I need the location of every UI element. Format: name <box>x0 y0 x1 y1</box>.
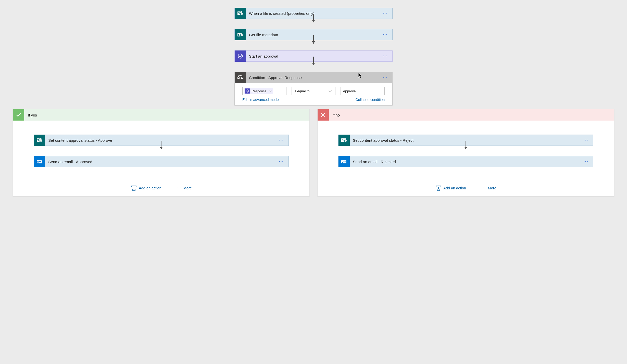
approval-icon <box>235 50 246 62</box>
card-menu-button[interactable]: ··· <box>274 138 288 142</box>
add-action-button[interactable]: Add an action <box>131 185 161 191</box>
if-yes-branch: If yes Set content approval status - App… <box>13 109 310 197</box>
condition-right-operand-field[interactable]: Approve <box>341 87 385 95</box>
card-menu-button[interactable]: ··· <box>378 54 392 58</box>
outlook-icon <box>338 156 350 167</box>
card-label: When a file is created (properties only) <box>246 11 378 16</box>
card-label: Set content approval status - Reject <box>350 138 579 142</box>
if-yes-header: If yes <box>13 109 309 121</box>
operator-value: is equal to <box>294 89 310 93</box>
condition-card-approval-response[interactable]: Condition - Approval Response ··· Respon… <box>234 72 393 106</box>
action-card-send-email-approved[interactable]: Send an email - Approved ··· <box>34 156 289 167</box>
card-menu-button[interactable]: ··· <box>378 11 392 16</box>
action-card-send-email-rejected[interactable]: Send an email - Rejected ··· <box>338 156 593 167</box>
add-action-icon <box>131 185 137 191</box>
condition-title: Condition - Approval Response <box>246 75 378 80</box>
add-action-label: Add an action <box>443 186 466 190</box>
more-button[interactable]: ··· More <box>177 185 192 191</box>
collapse-condition-link[interactable]: Collapse condition <box>356 98 385 102</box>
card-menu-button[interactable]: ··· <box>378 75 392 80</box>
condition-value: Approve <box>343 89 356 93</box>
card-label: Send an email - Approved <box>45 160 274 164</box>
more-label: More <box>183 186 192 190</box>
flow-canvas: When a file is created (properties only)… <box>13 8 614 197</box>
add-action-button[interactable]: Add an action <box>435 185 466 191</box>
token-label: Response <box>252 89 267 93</box>
approval-icon <box>245 88 250 94</box>
card-menu-button[interactable]: ··· <box>378 32 392 37</box>
sharepoint-icon <box>338 135 350 146</box>
edit-advanced-mode-link[interactable]: Edit in advanced mode <box>242 98 279 102</box>
chevron-down-icon <box>328 88 333 94</box>
card-menu-button[interactable]: ··· <box>579 138 593 142</box>
condition-left-operand-field[interactable]: Response ✕ <box>242 87 286 95</box>
sharepoint-icon <box>235 8 246 19</box>
if-no-branch: If no Set content approval status - Reje… <box>317 109 614 197</box>
card-menu-button[interactable]: ··· <box>274 159 288 164</box>
if-no-header: If no <box>318 109 614 121</box>
more-label: More <box>488 186 496 190</box>
token-remove-button[interactable]: ✕ <box>269 89 272 93</box>
branch-heading: If yes <box>24 113 41 117</box>
card-label: Set content approval status - Approve <box>45 138 274 142</box>
branch-heading: If no <box>329 113 343 117</box>
add-action-icon <box>435 185 441 191</box>
card-label: Start an approval <box>246 54 378 58</box>
more-button[interactable]: ··· More <box>481 185 496 191</box>
card-label: Get file metadata <box>246 33 378 37</box>
card-menu-button[interactable]: ··· <box>579 159 593 164</box>
check-icon <box>13 109 24 121</box>
sharepoint-icon <box>34 135 45 146</box>
dynamic-content-token-response[interactable]: Response ✕ <box>244 88 273 94</box>
outlook-icon <box>34 156 45 167</box>
condition-operator-select[interactable]: is equal to <box>292 87 336 95</box>
sharepoint-icon <box>235 29 246 40</box>
card-label: Send an email - Rejected <box>350 160 579 164</box>
cross-icon <box>318 109 329 121</box>
more-dots-icon: ··· <box>177 186 181 190</box>
more-dots-icon: ··· <box>481 186 486 190</box>
add-action-label: Add an action <box>139 186 161 190</box>
condition-icon <box>235 72 246 83</box>
